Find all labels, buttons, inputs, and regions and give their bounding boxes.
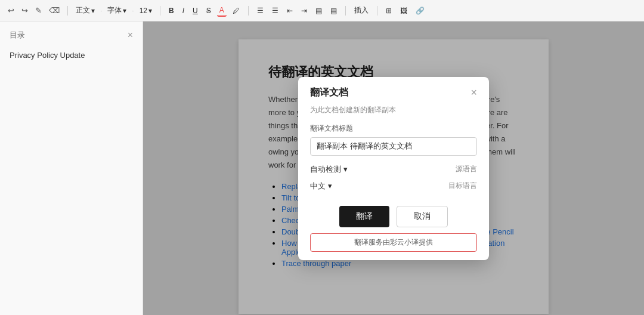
italic-button[interactable]: I [180,5,187,16]
powered-by-label: 翻译服务由彩云小译提供 [310,233,477,252]
link-button[interactable]: 🔗 [413,5,427,16]
strikethrough-button[interactable]: S [204,5,213,16]
dialog-target-lang-row: 中文 ▾ 目标语言 [310,181,477,192]
font-color-button[interactable]: A [217,5,227,17]
image-button[interactable]: 🖼 [398,5,410,16]
redo-icon[interactable]: ↪ [20,5,30,16]
target-lang-right-label: 目标语言 [448,181,477,191]
main-layout: 目录 × Privacy Policy Update 待翻译的英文文档 Whet… [0,21,644,315]
font-dropdown[interactable]: 字体▾ [106,4,128,17]
list1-button[interactable]: ☰ [255,5,266,16]
source-lang-select[interactable]: 自动检测 ▾ [310,164,348,175]
sidebar-item-privacy[interactable]: Privacy Policy Update [10,49,133,61]
insert-button[interactable]: 插入 [352,4,371,17]
target-lang-label: 中文 [310,181,326,192]
source-lang-right-label: 源语言 [456,164,477,174]
format-style-dropdown[interactable]: 正文▾ [74,4,97,17]
translate-dialog: 翻译文档 × 为此文档创建新的翻译副本 翻译文档标题 自动检测 ▾ 源语言 [298,77,489,260]
dialog-close-button[interactable]: × [470,87,477,98]
sidebar-close-button[interactable]: × [128,30,133,40]
toolbar: ↩ ↪ ✎ ⌫ 正文▾ · 字体▾ · 12▾ B I U S A 🖊 ☰ ☰ … [0,0,644,21]
divider2 [160,6,160,16]
target-lang-chevron: ▾ [328,181,332,190]
dialog-source-lang-row: 自动检测 ▾ 源语言 [310,164,477,175]
dialog-subtitle: 为此文档创建新的翻译副本 [298,105,489,123]
cancel-button[interactable]: 取消 [397,206,448,227]
source-lang-chevron: ▾ [343,165,348,174]
divider5 [377,6,377,16]
bold-button[interactable]: B [166,5,177,16]
sidebar: 目录 × Privacy Policy Update [0,21,143,315]
dialog-title: 翻译文档 [310,87,348,99]
source-lang-label: 自动检测 [310,164,341,175]
sidebar-header: 目录 × [10,30,133,41]
sidebar-title: 目录 [10,30,25,41]
divider4 [345,6,346,16]
dialog-body: 翻译文档标题 自动检测 ▾ 源语言 中文 ▾ [298,123,489,192]
content-area: 待翻译的英文文档 Whether you have a first or sec… [143,21,644,315]
dialog-field-label: 翻译文档标题 [310,123,477,134]
target-lang-select[interactable]: 中文 ▾ [310,181,332,192]
divider1 [67,6,68,16]
pencil-icon[interactable]: ✎ [33,5,44,16]
list2-button[interactable]: ☰ [270,5,281,16]
table-button[interactable]: ⊞ [383,5,394,16]
align1-button[interactable]: ▤ [313,5,324,16]
eraser-icon[interactable]: ⌫ [47,5,61,16]
dialog-title-input[interactable] [310,137,477,156]
font-size-dropdown[interactable]: 12▾ [138,5,154,16]
translate-button[interactable]: 翻译 [339,206,389,227]
underline-button[interactable]: U [190,5,200,16]
modal-overlay: 翻译文档 × 为此文档创建新的翻译副本 翻译文档标题 自动检测 ▾ 源语言 [143,21,644,315]
align2-button[interactable]: ▤ [328,5,339,16]
highlight-button[interactable]: 🖊 [230,5,242,16]
dialog-header: 翻译文档 × [298,77,489,105]
indent1-button[interactable]: ⇤ [284,5,295,16]
undo-icon[interactable]: ↩ [6,5,16,16]
dialog-footer: 翻译 取消 [298,197,489,233]
indent2-button[interactable]: ⇥ [299,5,309,16]
divider3 [248,6,249,16]
